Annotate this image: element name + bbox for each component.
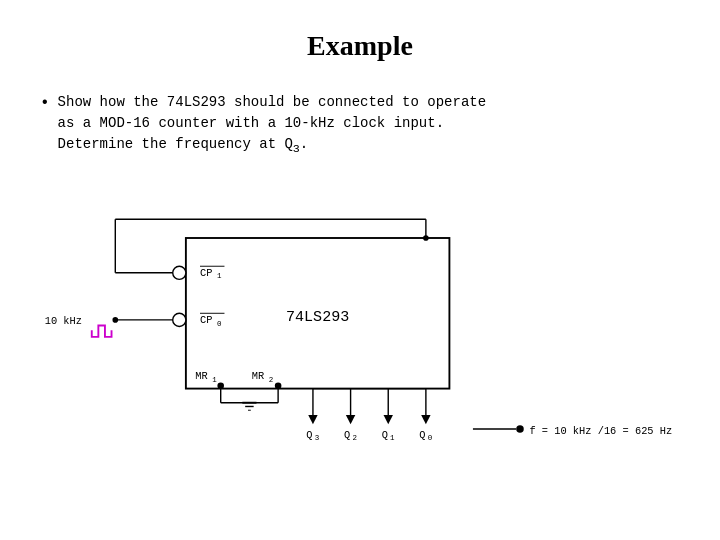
formula-dot bbox=[516, 426, 524, 434]
q3-arrow bbox=[308, 415, 317, 424]
page-title: Example bbox=[40, 30, 680, 62]
clock-waveform bbox=[92, 326, 112, 337]
bullet-sub: 3 bbox=[293, 142, 300, 156]
q0-sub: 0 bbox=[428, 435, 433, 443]
bullet-line3: Determine the frequency at Q bbox=[58, 136, 293, 152]
circuit-svg: 74LS293 CP 1 CP 0 10 kHz bbox=[40, 178, 680, 458]
bullet-section: • Show how the 74LS293 should be connect… bbox=[40, 92, 680, 158]
mr1-label: MR bbox=[195, 370, 207, 382]
chip-label: 74LS293 bbox=[286, 308, 349, 326]
bullet-line1: Show how the 74LS293 should be connected… bbox=[58, 94, 486, 110]
mr1-dot bbox=[217, 383, 224, 390]
q0-feedback-dot bbox=[423, 235, 429, 241]
cp1-label: CP bbox=[200, 267, 212, 279]
q1-arrow bbox=[384, 415, 393, 424]
q2-sub: 2 bbox=[352, 435, 357, 443]
q3-sub: 3 bbox=[315, 435, 320, 443]
q0-label: Q bbox=[419, 429, 425, 441]
circuit-diagram: 74LS293 CP 1 CP 0 10 kHz bbox=[40, 178, 680, 458]
cp1-sub: 1 bbox=[217, 273, 222, 281]
bullet-line2: as a MOD-16 counter with a 10-kHz clock … bbox=[58, 115, 444, 131]
formula-label: f = 10 kHz /16 = 625 Hz bbox=[529, 425, 672, 437]
mr1-sub: 1 bbox=[212, 376, 217, 384]
clock-label: 10 kHz bbox=[45, 315, 82, 327]
cp0-label: CP bbox=[200, 314, 212, 326]
q0-arrow bbox=[421, 415, 430, 424]
bullet-symbol: • bbox=[40, 94, 50, 112]
q1-sub: 1 bbox=[390, 435, 395, 443]
q1-label: Q bbox=[382, 429, 388, 441]
cp1-bubble bbox=[173, 267, 186, 280]
mr2-dot bbox=[275, 383, 282, 390]
q2-label: Q bbox=[344, 429, 350, 441]
page: Example • Show how the 74LS293 should be… bbox=[0, 0, 720, 540]
cp0-bubble bbox=[173, 314, 186, 327]
q2-arrow bbox=[346, 415, 355, 424]
mr2-label: MR bbox=[252, 370, 264, 382]
cp0-sub: 0 bbox=[217, 320, 222, 328]
mr2-sub: 2 bbox=[269, 376, 274, 384]
bullet-text: Show how the 74LS293 should be connected… bbox=[58, 92, 486, 158]
q3-label: Q bbox=[306, 429, 312, 441]
cp0-connection-dot bbox=[112, 317, 118, 323]
